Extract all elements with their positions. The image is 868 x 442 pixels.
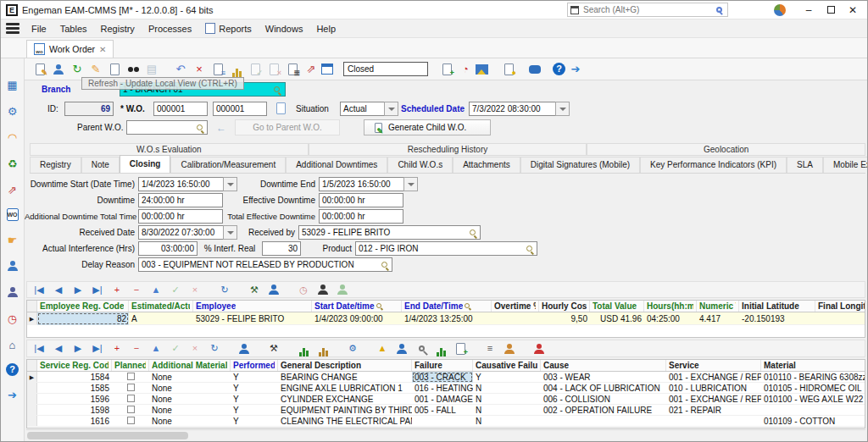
new-document-icon[interactable] — [106, 62, 123, 77]
list-icon[interactable]: ≡ — [481, 341, 498, 356]
column-header[interactable]: Cause — [541, 360, 666, 371]
document-lock-icon[interactable]: ● — [500, 62, 517, 77]
edit-record-icon[interactable]: ✎ — [31, 62, 48, 77]
assign-resources-icon[interactable]: ⚒ — [246, 282, 263, 297]
tab-work-order[interactable]: wo Work Order ✕ — [26, 40, 114, 58]
effective-downtime-field[interactable]: 00:00:00 hr — [319, 193, 403, 207]
first-record-icon[interactable]: |◀ — [31, 341, 47, 356]
employee-add-icon[interactable] — [265, 282, 282, 297]
table-cell[interactable]: 002 - OPERATION FAILURE — [541, 405, 666, 416]
tab-child-w-o-s[interactable]: Child W.O.s — [387, 157, 453, 173]
menu-processes[interactable]: Processes — [142, 19, 198, 38]
table-cell[interactable] — [761, 405, 865, 416]
tab-additional-downtimes[interactable]: Additional Downtimes — [286, 157, 387, 173]
downtime-end-field[interactable]: 1/5/2023 16:50:00 — [319, 177, 403, 191]
column-header[interactable]: Service Reg. Code — [37, 360, 112, 371]
table-cell[interactable]: 001 - EXCHANGE / REPLACEMENT — [666, 394, 761, 405]
table-cell[interactable]: CYLINDER EXCHANGE — [278, 394, 412, 405]
settings-gear-icon[interactable]: ⚙ — [4, 103, 21, 119]
work-order-icon[interactable]: WO — [7, 208, 19, 221]
maintenance-helmet-icon[interactable]: ◠ — [4, 130, 21, 145]
table-cell[interactable]: 010109 - COTTON — [761, 416, 865, 427]
process-recycle-icon[interactable]: ♻ — [4, 156, 21, 171]
downtime-start-dropdown-icon[interactable] — [223, 177, 237, 191]
table-cell[interactable]: 010 - LUBRICATION — [666, 383, 761, 394]
table-cell[interactable]: -20.150193 — [739, 312, 815, 325]
prev-record-icon[interactable]: ◀ — [50, 341, 67, 356]
tab-calibration-measurement[interactable]: Calibration/Measurement — [170, 157, 286, 173]
column-header[interactable]: Planned — [112, 360, 149, 371]
product-field[interactable]: 012 - PIG IRON — [355, 241, 537, 256]
table-cell[interactable]: BEARING CHANGE — [278, 372, 412, 383]
confirm-icon[interactable]: ✓ — [167, 341, 184, 356]
table-cell[interactable]: 005 - FALL — [412, 405, 473, 416]
report-chart-icon[interactable] — [432, 341, 449, 356]
table-row[interactable]: ▶1584NoneYBEARING CHANGE003 - CRACKY003 … — [27, 372, 865, 383]
column-header[interactable]: End Date/Time — [402, 301, 492, 312]
table-cell[interactable]: A — [129, 312, 193, 325]
interf-real-field[interactable]: 30 — [262, 241, 301, 256]
tab-note[interactable]: Note — [81, 157, 120, 173]
downtime-field[interactable]: 24:00:00 hr — [138, 193, 223, 207]
table-cell[interactable]: 53029 - FELIPE BRITO — [193, 312, 312, 325]
actual-interference-field[interactable]: 03:00:00 — [138, 241, 198, 256]
table-cell[interactable]: 04:25:00 — [644, 312, 697, 325]
document-add-icon[interactable]: + — [438, 62, 455, 77]
table-cell[interactable] — [412, 416, 473, 427]
table-cell[interactable]: Y — [231, 405, 278, 416]
save-icon[interactable]: ▤ — [143, 62, 160, 77]
tab-sla[interactable]: SLA — [787, 157, 823, 173]
table-cell[interactable]: 004 - LACK OF LUBRICATION — [541, 383, 666, 394]
additional-downtime-field[interactable]: 00:00:00 hr — [138, 209, 223, 224]
table-cell[interactable]: N — [473, 416, 541, 427]
column-header[interactable]: Employee — [193, 301, 312, 312]
column-header[interactable]: Final Longitude — [815, 301, 865, 312]
table-cell[interactable] — [492, 312, 539, 325]
cancel-icon[interactable]: × — [186, 282, 203, 297]
company-buildings-icon[interactable]: ▦ — [4, 77, 21, 92]
table-cell[interactable]: 001 - EXCHANGE / REPLACEMENT — [666, 372, 761, 383]
add-row-icon[interactable]: + — [108, 341, 125, 356]
column-header[interactable]: Numeric Time — [697, 301, 739, 312]
menu-windows[interactable]: Windows — [259, 19, 310, 38]
generate-child-button[interactable]: ✎ Generate Child W.O. — [364, 119, 491, 135]
downtime-start-field[interactable]: 1/4/2023 16:50:00 — [138, 177, 223, 191]
table-cell[interactable]: 1598 — [37, 405, 112, 416]
planned-checkbox[interactable] — [127, 417, 135, 424]
copy-wo-icon[interactable] — [272, 101, 289, 116]
employee-icon[interactable] — [4, 258, 21, 273]
close-button[interactable]: ✕ — [842, 3, 864, 18]
column-header[interactable]: Hourly Cost — [539, 301, 590, 312]
table-cell[interactable]: 016 - HEATING — [412, 383, 473, 394]
table-cell[interactable]: None — [149, 383, 231, 394]
table-cell[interactable]: 010110 - BEARING 6308zz — [761, 372, 865, 383]
table-cell[interactable]: 4.417 — [697, 312, 739, 325]
users-icon[interactable] — [50, 62, 67, 77]
refresh-rows-icon[interactable]: ↻ — [216, 282, 233, 297]
technician-alert-icon[interactable] — [531, 341, 548, 356]
services-hand-icon[interactable]: ☛ — [4, 232, 21, 247]
table-row[interactable]: 1598NoneYEQUIPMENT PAINTING BY THIRD PAR… — [27, 405, 865, 416]
minimize-button[interactable]: – — [798, 3, 820, 18]
situation-combo[interactable]: Actual — [340, 102, 384, 116]
table-cell[interactable] — [541, 416, 666, 427]
received-by-field[interactable]: 53029 - FELIPE BRITO — [298, 225, 481, 240]
document-export-icon[interactable]: + — [452, 341, 469, 356]
table-cell[interactable]: 1/4/2023 09:00:00 — [312, 312, 402, 325]
table-cell[interactable]: USD 41.96 — [590, 312, 644, 325]
trend-chart-icon[interactable]: ⇗ — [303, 62, 320, 77]
table-cell[interactable]: 1/4/2023 13:25:00 — [402, 312, 492, 325]
table-cell[interactable]: 9,50 — [539, 312, 590, 325]
refresh-icon[interactable]: ↻ — [69, 62, 86, 77]
table-cell[interactable]: None — [149, 394, 231, 405]
menu-reports[interactable]: Reports — [212, 19, 259, 38]
column-header[interactable]: Material — [761, 360, 865, 371]
chart-area-icon[interactable] — [314, 341, 331, 356]
indicators-chart-icon[interactable]: ⇗ — [4, 182, 21, 197]
table-cell[interactable] — [112, 394, 149, 405]
tab-mobile-export-history[interactable]: Mobile Export History — [823, 157, 867, 173]
table-cell[interactable]: N — [473, 383, 541, 394]
table-row[interactable]: 1585NoneYENGINE AXLE LUBRICATION 1016 - … — [27, 383, 865, 394]
table-row[interactable]: 1596NoneYCYLINDER EXCHANGE001 - DAMAGEN0… — [27, 394, 865, 405]
column-header[interactable]: Initial Latitude — [739, 301, 815, 312]
